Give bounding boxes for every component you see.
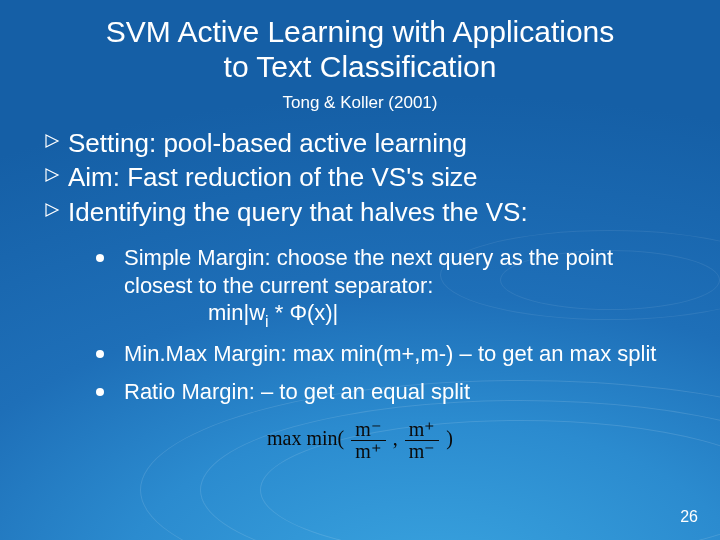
- bullet-text: Setting: pool-based active learning: [68, 127, 680, 160]
- dot-icon: [96, 340, 124, 368]
- sub-ratio-margin: Ratio Margin: – to get an equal split: [96, 378, 680, 406]
- sub-bullet-block: Simple Margin: choose the next query as …: [40, 244, 680, 405]
- bullet-identifying: Identifying the query that halves the VS…: [44, 196, 680, 229]
- bullet-aim: Aim: Fast reduction of the VS's size: [44, 161, 680, 194]
- sub-minmax-margin: Min.Max Margin: max min(m+,m-) – to get …: [96, 340, 680, 368]
- arrow-icon: [44, 161, 68, 194]
- sub-text: Simple Margin: choose the next query as …: [124, 244, 680, 330]
- dot-icon: [96, 378, 124, 406]
- ratio-margin-formula: max min( m⁻ m⁺ , m⁺ m⁻ ): [40, 415, 680, 466]
- sub-simple-margin: Simple Margin: choose the next query as …: [96, 244, 680, 330]
- bullet-text: Identifying the query that halves the VS…: [68, 196, 680, 229]
- slide-title: SVM Active Learning with Applications to…: [40, 14, 680, 89]
- title-line-1: SVM Active Learning with Applications: [106, 15, 615, 48]
- math-sep: ,: [393, 428, 398, 450]
- simple-margin-formula: min|wi * Φ(x)|: [124, 299, 680, 330]
- page-number: 26: [680, 508, 698, 526]
- sub-bullet-list: Simple Margin: choose the next query as …: [96, 244, 680, 405]
- dot-icon: [96, 244, 124, 330]
- fraction-1: m⁻ m⁺: [351, 419, 386, 462]
- main-bullet-list: Setting: pool-based active learning Aim:…: [40, 127, 680, 229]
- sub-text: Ratio Margin: – to get an equal split: [124, 378, 680, 406]
- sub-line: Simple Margin: choose the next query as …: [124, 245, 613, 298]
- fraction-2: m⁺ m⁻: [405, 419, 440, 462]
- sub-text: Min.Max Margin: max min(m+,m-) – to get …: [124, 340, 680, 368]
- math-lead: max min(: [267, 428, 344, 450]
- arrow-icon: [44, 196, 68, 229]
- title-line-2: to Text Classification: [224, 50, 497, 83]
- slide-subtitle: Tong & Koller (2001): [40, 93, 680, 113]
- slide: SVM Active Learning with Applications to…: [0, 0, 720, 540]
- arrow-icon: [44, 127, 68, 160]
- math-tail: ): [446, 428, 453, 450]
- bullet-setting: Setting: pool-based active learning: [44, 127, 680, 160]
- bullet-text: Aim: Fast reduction of the VS's size: [68, 161, 680, 194]
